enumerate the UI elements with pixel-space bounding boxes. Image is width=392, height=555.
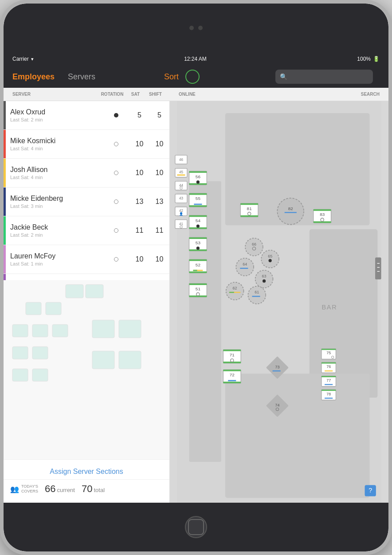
battery-icon: 🔋	[373, 56, 380, 62]
svg-text:54: 54	[196, 218, 201, 223]
emp-last-sat: Last Sat: 3 min	[10, 203, 98, 209]
svg-text:45: 45	[179, 170, 184, 174]
svg-rect-68	[177, 174, 185, 176]
emp-shift: 10	[149, 255, 169, 263]
rotation-dot-empty	[114, 142, 118, 146]
emp-name: Josh Allison	[10, 166, 98, 174]
svg-rect-13	[92, 351, 114, 369]
svg-text:BAR: BAR	[321, 304, 337, 311]
svg-rect-5	[32, 324, 48, 337]
svg-rect-2	[26, 302, 41, 315]
speaker-dot	[198, 26, 203, 30]
emp-sat: 10	[129, 255, 149, 263]
emp-info: Micke Eidenberg Last Sat: 3 min	[6, 195, 103, 209]
employee-row[interactable]: Micke Eidenberg Last Sat: 3 min 13 13	[4, 188, 169, 216]
svg-rect-6	[52, 324, 68, 337]
home-button[interactable]	[185, 516, 207, 538]
emp-last-sat: Last Sat: 4 min	[10, 175, 98, 180]
svg-rect-3	[46, 302, 61, 315]
col-sat-header: SAT	[125, 92, 145, 97]
svg-text:?: ?	[368, 487, 372, 494]
total-label: total	[94, 487, 105, 493]
svg-rect-19	[225, 374, 370, 498]
rotation-dot-filled	[114, 113, 118, 117]
svg-rect-49	[189, 237, 207, 239]
nav-left: Employees Servers Sort	[12, 72, 179, 82]
left-panel: Alex Oxrud Last Sat: 2 min 5 5 Mike Kosm…	[4, 101, 170, 503]
svg-rect-34	[189, 171, 207, 173]
svg-text:65: 65	[268, 254, 272, 258]
svg-rect-101	[223, 350, 241, 352]
employee-row[interactable]: Lauren McFoy Last Sat: 1 min 10 10	[4, 245, 169, 274]
employee-row[interactable]: Celina Spencer Last Sat: 20 sec 7 11	[4, 274, 169, 280]
col-online-header: ONLINE	[179, 92, 196, 97]
svg-text:74: 74	[275, 403, 279, 407]
nav-sort-button[interactable]: Sort	[164, 72, 179, 82]
svg-rect-123	[325, 371, 333, 371]
svg-rect-55	[189, 271, 207, 273]
emp-last-sat: Last Sat: 2 min	[10, 117, 98, 122]
svg-rect-11	[92, 320, 114, 338]
search-bar[interactable]: 🔍	[275, 70, 373, 84]
svg-rect-10	[32, 369, 48, 381]
col-shift-header: SHIFT	[145, 92, 165, 97]
carrier-label: Carrier	[12, 56, 29, 62]
emp-sat: 11	[129, 227, 149, 235]
emp-info: Jackie Beck Last Sat: 2 min	[6, 223, 103, 238]
svg-rect-88	[240, 268, 248, 269]
covers-label: TODAY'S COVERS	[21, 484, 38, 494]
online-indicator	[185, 70, 200, 84]
svg-text:63: 63	[262, 274, 267, 278]
svg-rect-132	[375, 258, 381, 280]
svg-rect-98	[252, 296, 260, 297]
total-num: 70	[82, 483, 92, 495]
svg-point-37	[196, 180, 200, 184]
col-header-right: ONLINE SEARCH	[170, 92, 388, 97]
floor-map-svg: 81 82	[170, 101, 388, 503]
svg-text:53: 53	[196, 240, 201, 245]
employee-row[interactable]: Jackie Beck Last Sat: 2 min 11 11	[4, 216, 169, 245]
employee-row[interactable]: Josh Allison Last Sat: 4 min 10 10	[4, 159, 169, 188]
top-bezel	[4, 4, 388, 52]
nav-employees-tab[interactable]: Employees	[12, 72, 55, 82]
svg-text:64: 64	[243, 262, 247, 266]
emp-last-sat: Last Sat: 2 min	[10, 232, 98, 238]
emp-shift: 13	[149, 198, 169, 206]
status-right: 100% 🔋	[357, 56, 380, 62]
emp-name: Lauren McFoy	[10, 252, 98, 260]
emp-rotation	[103, 227, 129, 234]
nav-servers-tab[interactable]: Servers	[68, 72, 95, 82]
status-left: Carrier ▾	[12, 56, 34, 62]
employee-row[interactable]: Alex Oxrud Last Sat: 2 min 5 5	[4, 101, 169, 130]
svg-text:77: 77	[326, 378, 331, 383]
assign-server-sections-button[interactable]: Assign Server Sections	[4, 464, 169, 479]
emp-shift: 5	[149, 111, 169, 119]
svg-text:56: 56	[196, 174, 201, 179]
ipad-device: Carrier ▾ 12:24 AM 100% 🔋 Employees Serv…	[0, 0, 392, 555]
svg-rect-117	[321, 349, 336, 350]
covers-bar: 👥 TODAY'S COVERS 66 current 70 total	[4, 479, 169, 498]
svg-text:44: 44	[179, 184, 184, 188]
current-covers: 66 current	[45, 483, 75, 495]
emp-color-bar	[4, 274, 6, 280]
main-content: Employees Servers Sort 🔍 SERVER ROTATION…	[4, 66, 388, 503]
emp-info: Josh Allison Last Sat: 4 min	[6, 166, 103, 180]
svg-text:👤: 👤	[179, 212, 184, 216]
nav-right: 🔍	[179, 70, 380, 84]
total-covers: 70 total	[82, 483, 105, 495]
svg-rect-58	[193, 270, 197, 271]
svg-rect-44	[189, 215, 207, 217]
svg-text:72: 72	[230, 372, 235, 377]
emp-rotation	[103, 198, 129, 205]
svg-text:75: 75	[326, 351, 331, 355]
emp-sat: 10	[129, 169, 149, 177]
svg-rect-18	[310, 229, 378, 398]
floor-map-panel: 81 82	[170, 101, 388, 503]
svg-point-85	[269, 259, 272, 262]
svg-rect-54	[189, 259, 207, 261]
emp-rotation	[103, 112, 129, 119]
svg-rect-4	[12, 324, 28, 337]
svg-text:51: 51	[196, 286, 201, 291]
emp-last-sat: Last Sat: 1 min	[10, 261, 98, 266]
employee-row[interactable]: Mike Kosmicki Last Sat: 4 min 10 10	[4, 130, 169, 159]
